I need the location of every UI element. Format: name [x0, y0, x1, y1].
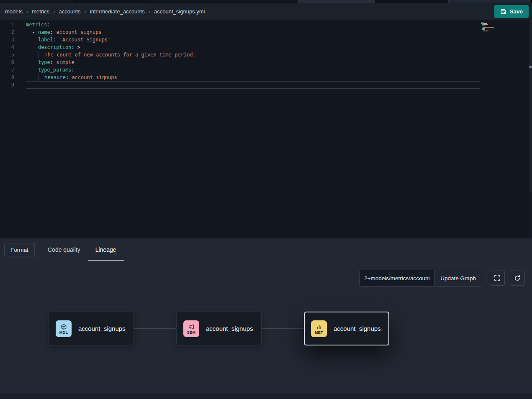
line-number: 5 [0, 51, 14, 59]
scrollbar-thumb[interactable] [529, 20, 532, 192]
node-badge-label: MDL [59, 330, 68, 335]
panel-tabs: Code qualityLineage [40, 238, 124, 261]
breadcrumb-item[interactable]: intermediate_accounts [90, 8, 145, 15]
metric-node-badge: MET [311, 320, 327, 337]
app-window: models›metrics›accounts›intermediate_acc… [0, 0, 532, 399]
lineage-node-metric[interactable]: MET account_signups [304, 312, 389, 345]
file-tab[interactable] [298, 0, 375, 3]
scrollbar[interactable] [529, 20, 532, 238]
minimap[interactable] [481, 22, 507, 33]
save-icon [500, 8, 506, 15]
cube-icon [61, 324, 67, 330]
refresh-icon [514, 275, 521, 281]
line-number: 7 [0, 66, 14, 74]
file-tab [530, 0, 532, 3]
save-button[interactable]: Save [494, 5, 529, 18]
code-line-text: - name: account_signups [26, 28, 480, 36]
file-tab[interactable] [72, 0, 149, 3]
breadcrumb-bar: models›metrics›accounts›intermediate_acc… [0, 3, 532, 20]
tab-lineage[interactable]: Lineage [88, 238, 124, 261]
code-line[interactable]: 8 measure: account_signups [0, 74, 480, 81]
fullscreen-icon [494, 275, 501, 281]
code-line[interactable]: 4 description: > [0, 43, 480, 51]
breadcrumb-separator-icon: › [26, 8, 28, 15]
code-line-text: metrics: [26, 21, 480, 28]
code-line[interactable]: 1metrics: [0, 21, 480, 28]
breadcrumb-separator-icon: › [149, 8, 150, 15]
lineage-node-model[interactable]: MDL account_signups [49, 312, 134, 345]
code-editor[interactable]: 1metrics:2 - name: account_signups3 labe… [0, 20, 532, 238]
line-number: 4 [0, 43, 14, 51]
lineage-edge [134, 328, 176, 329]
model-selector-group: Update Graph [359, 270, 482, 286]
file-tab[interactable] [0, 0, 72, 3]
node-label: account_signups [206, 325, 253, 332]
file-tab[interactable] [375, 0, 448, 3]
code-line[interactable]: 6 type: simple [0, 59, 480, 66]
file-tab[interactable] [223, 0, 298, 3]
update-graph-label: Update Graph [440, 275, 476, 281]
line-number: 8 [0, 74, 14, 81]
bottom-panel: Format Code qualityLineage Update Graph [0, 238, 532, 399]
format-button[interactable]: Format [4, 243, 35, 256]
code-line-text: description: > [26, 43, 480, 51]
file-tab[interactable] [449, 0, 529, 3]
line-number: 2 [0, 28, 14, 36]
panel-footer [0, 394, 532, 399]
bar-chart-icon [316, 324, 322, 330]
node-label: account_signups [334, 325, 381, 332]
breadcrumb-item[interactable]: accounts [59, 8, 81, 15]
file-tab[interactable] [149, 0, 223, 3]
lineage-edge [262, 328, 304, 329]
tab-code-quality[interactable]: Code quality [40, 238, 88, 261]
breadcrumb-item[interactable]: metrics [32, 8, 49, 15]
lineage-node-semantic-model[interactable]: SEM account_signups [176, 312, 262, 345]
code-line-text: type_params: [26, 66, 480, 74]
save-button-label: Save [509, 8, 523, 15]
code-line-text [26, 81, 480, 89]
line-number: 9 [0, 81, 14, 89]
breadcrumb-separator-icon: › [53, 8, 55, 15]
breadcrumb-item[interactable]: models [5, 8, 23, 15]
model-node-badge: MDL [56, 320, 72, 337]
breadcrumb-item[interactable]: account_signups.yml [154, 8, 205, 15]
node-badge-label: MET [315, 330, 323, 335]
megaphone-icon [188, 324, 195, 330]
update-graph-button[interactable]: Update Graph [434, 270, 482, 286]
code-line[interactable]: 7 type_params: [0, 66, 480, 74]
breadcrumb: models›metrics›accounts›intermediate_acc… [5, 8, 205, 15]
code-line-text: label: 'Account Signups' [26, 36, 480, 43]
breadcrumb-separator-icon: › [85, 8, 86, 15]
node-badge-label: SEM [187, 330, 195, 335]
divider [34, 243, 35, 257]
file-tab-strip [0, 0, 532, 3]
code-line[interactable]: 2 - name: account_signups [0, 28, 480, 36]
code-line[interactable]: 5 The count of new accounts for a given … [0, 51, 480, 59]
line-number: 3 [0, 36, 14, 43]
lineage-controls: Update Graph [359, 270, 525, 286]
code-line-text: measure: account_signups [26, 74, 480, 81]
code-line[interactable]: 3 label: 'Account Signups' [0, 36, 480, 43]
code-line[interactable]: 9 [0, 81, 480, 89]
line-number: 6 [0, 59, 14, 66]
line-number: 1 [0, 21, 14, 28]
cursor-position-marker [529, 66, 532, 68]
semantic-node-badge: SEM [183, 320, 199, 337]
model-selector-input[interactable] [360, 270, 434, 286]
fullscreen-button[interactable] [490, 271, 505, 286]
code-line-text: The count of new accounts for a given ti… [26, 51, 480, 59]
code-line-text: type: simple [26, 59, 480, 66]
refresh-button[interactable] [510, 271, 525, 286]
code-lines: 1metrics:2 - name: account_signups3 labe… [0, 21, 480, 89]
node-label: account_signups [78, 325, 126, 332]
